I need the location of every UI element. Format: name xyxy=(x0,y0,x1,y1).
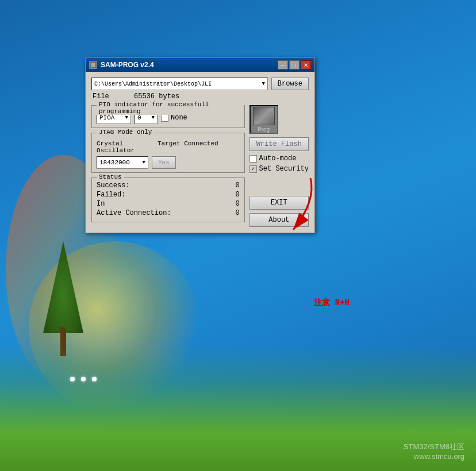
app-icon xyxy=(89,61,97,69)
flowers xyxy=(69,376,98,385)
write-flash-button[interactable]: Write Flash xyxy=(249,137,309,151)
tree-trunk xyxy=(60,327,66,356)
watermark-line1: STM32/STM8社区 xyxy=(404,442,465,452)
status-label-0: Success: xyxy=(97,182,130,190)
tree-top xyxy=(43,241,83,333)
crystal-value: 18432000 xyxy=(99,159,130,166)
status-row-2: In 0 xyxy=(97,200,240,208)
tree-decoration xyxy=(40,241,86,356)
auto-mode-label: Auto-mode xyxy=(249,155,309,163)
file-size: 65536 bytes xyxy=(134,92,179,101)
main-content: PIO indicator for successfull programmin… xyxy=(91,105,309,227)
none-checkbox[interactable] xyxy=(161,114,168,122)
set-security-text: Set Security xyxy=(259,165,309,173)
crystal-select[interactable]: 18432000 ▼ xyxy=(97,156,148,169)
window-body: C:\Users\Administrator\Desktop\JLI ▼ Bro… xyxy=(86,72,314,233)
svg-rect-2 xyxy=(91,63,95,67)
title-left: SAM-PROG v2.4 xyxy=(89,61,154,69)
status-row-1: Failed: 0 xyxy=(97,191,240,199)
desktop: 注意 N+H STM32/STM8社区 www.stmcu.org SAM-PR… xyxy=(0,0,476,471)
status-value-1: 0 xyxy=(235,191,239,199)
none-label: None xyxy=(171,114,187,122)
window-title: SAM-PROG v2.4 xyxy=(101,61,154,69)
titlebar: SAM-PROG v2.4 ─ □ ✕ xyxy=(86,58,314,72)
status-value-2: 0 xyxy=(235,200,239,208)
app-window: SAM-PROG v2.4 ─ □ ✕ C:\Users\Administrat… xyxy=(85,57,315,233)
target-label: Target Connected xyxy=(158,140,218,154)
status-group-label: Status xyxy=(97,173,124,180)
browse-button[interactable]: Browse xyxy=(271,78,309,90)
jtag-controls: 18432000 ▼ Yes xyxy=(97,156,240,169)
pio-group: PIO indicator for successfull programmin… xyxy=(91,105,245,128)
flower xyxy=(81,377,86,381)
jtag-group-label: JTAG Mode only xyxy=(97,129,154,136)
file-info: File 65536 bytes xyxy=(91,92,309,101)
close-button[interactable]: ✕ xyxy=(301,60,311,70)
level-select-arrow: ▼ xyxy=(152,115,155,121)
crystal-label: CrystalOscillator xyxy=(97,140,135,154)
file-path-row: C:\Users\Administrator\Desktop\JLI ▼ Bro… xyxy=(91,78,309,90)
none-checkbox-label: None xyxy=(161,114,187,122)
auto-mode-text: Auto-mode xyxy=(259,155,297,163)
prog-image-inner xyxy=(253,107,275,125)
pio-select-arrow: ▼ xyxy=(125,115,128,121)
flower xyxy=(92,377,97,381)
status-row-0: Success: 0 xyxy=(97,182,240,190)
right-panel: Prog Write Flash Auto-mode ✓ Set Securit… xyxy=(249,105,309,227)
left-panel: PIO indicator for successfull programmin… xyxy=(91,105,245,227)
minimize-button[interactable]: ─ xyxy=(278,60,288,70)
prog-label: Prog xyxy=(258,126,270,133)
maximize-button[interactable]: □ xyxy=(289,60,300,70)
level-select-value: 0 xyxy=(137,114,141,121)
path-dropdown-arrow: ▼ xyxy=(262,81,264,87)
status-value-3: 0 xyxy=(235,209,239,217)
auto-mode-checkbox[interactable] xyxy=(249,155,257,163)
set-security-checkbox[interactable]: ✓ xyxy=(249,165,257,173)
file-label: File xyxy=(93,92,109,101)
status-value-0: 0 xyxy=(235,182,239,190)
yes-button: Yes xyxy=(152,156,176,169)
jtag-labels: CrystalOscillator Target Connected xyxy=(97,140,240,154)
right-options: Auto-mode ✓ Set Security xyxy=(249,155,309,173)
flower xyxy=(70,377,75,381)
pio-select-value: PIOA xyxy=(99,114,114,121)
jtag-left: CrystalOscillator Target Connected 18432… xyxy=(97,140,240,169)
status-group: Status Success: 0 Failed: 0 In 0 xyxy=(91,177,245,222)
status-label-2: In xyxy=(97,200,105,208)
exit-button[interactable]: EXIT xyxy=(249,196,309,210)
pio-group-label: PIO indicator for successfull programmin… xyxy=(97,101,244,115)
jtag-group: JTAG Mode only CrystalOscillator Target … xyxy=(91,133,245,173)
window-controls: ─ □ ✕ xyxy=(278,60,311,70)
about-button[interactable]: About xyxy=(249,213,309,227)
status-label-1: Failed: xyxy=(97,191,125,199)
background-orb xyxy=(29,241,201,414)
ground xyxy=(0,345,476,471)
status-row-3: Active Connection: 0 xyxy=(97,209,240,217)
annotation-text: 注意 N+H xyxy=(314,298,350,308)
file-path-input[interactable]: C:\Users\Administrator\Desktop\JLI ▼ xyxy=(91,78,268,90)
status-label-3: Active Connection: xyxy=(97,209,171,217)
spacer xyxy=(249,176,309,192)
watermark-line2: www.stmcu.org xyxy=(404,452,465,461)
file-path-value: C:\Users\Administrator\Desktop\JLI xyxy=(94,81,212,87)
jtag-inner: CrystalOscillator Target Connected 18432… xyxy=(97,140,240,169)
set-security-label: ✓ Set Security xyxy=(249,165,309,173)
prog-image: Prog xyxy=(249,105,278,134)
watermark: STM32/STM8社区 www.stmcu.org xyxy=(404,442,465,461)
crystal-arrow: ▼ xyxy=(143,160,145,165)
